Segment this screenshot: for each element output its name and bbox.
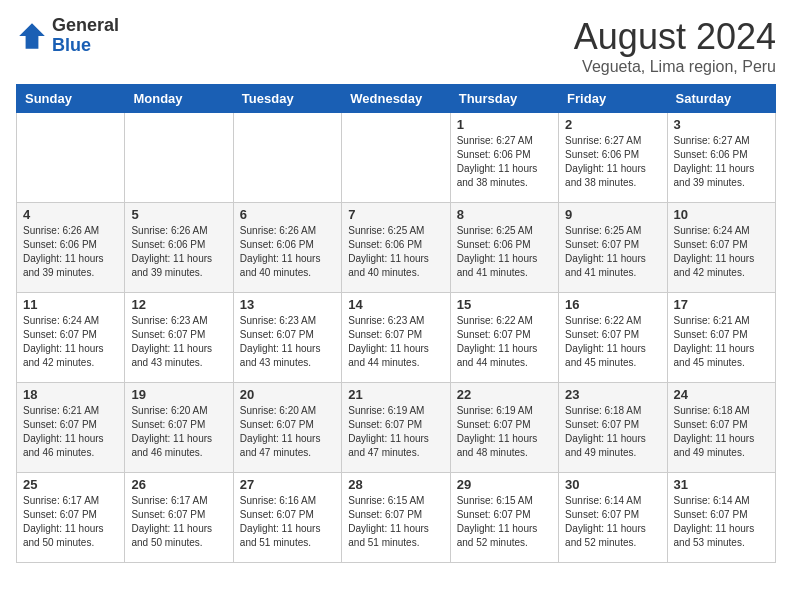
week-row-5: 25Sunrise: 6:17 AMSunset: 6:07 PMDayligh… xyxy=(17,473,776,563)
day-cell: 6Sunrise: 6:26 AMSunset: 6:06 PMDaylight… xyxy=(233,203,341,293)
day-number: 2 xyxy=(565,117,660,132)
weekday-monday: Monday xyxy=(125,85,233,113)
weekday-sunday: Sunday xyxy=(17,85,125,113)
day-info: Sunrise: 6:25 AMSunset: 6:07 PMDaylight:… xyxy=(565,224,660,280)
day-info: Sunrise: 6:20 AMSunset: 6:07 PMDaylight:… xyxy=(240,404,335,460)
day-number: 7 xyxy=(348,207,443,222)
logo-icon xyxy=(16,20,48,52)
day-info: Sunrise: 6:17 AMSunset: 6:07 PMDaylight:… xyxy=(23,494,118,550)
day-cell: 27Sunrise: 6:16 AMSunset: 6:07 PMDayligh… xyxy=(233,473,341,563)
day-cell: 23Sunrise: 6:18 AMSunset: 6:07 PMDayligh… xyxy=(559,383,667,473)
day-cell: 31Sunrise: 6:14 AMSunset: 6:07 PMDayligh… xyxy=(667,473,775,563)
day-cell: 11Sunrise: 6:24 AMSunset: 6:07 PMDayligh… xyxy=(17,293,125,383)
day-number: 24 xyxy=(674,387,769,402)
day-cell: 20Sunrise: 6:20 AMSunset: 6:07 PMDayligh… xyxy=(233,383,341,473)
weekday-thursday: Thursday xyxy=(450,85,558,113)
day-number: 31 xyxy=(674,477,769,492)
day-cell: 5Sunrise: 6:26 AMSunset: 6:06 PMDaylight… xyxy=(125,203,233,293)
day-cell: 30Sunrise: 6:14 AMSunset: 6:07 PMDayligh… xyxy=(559,473,667,563)
day-cell: 13Sunrise: 6:23 AMSunset: 6:07 PMDayligh… xyxy=(233,293,341,383)
day-info: Sunrise: 6:17 AMSunset: 6:07 PMDaylight:… xyxy=(131,494,226,550)
day-info: Sunrise: 6:24 AMSunset: 6:07 PMDaylight:… xyxy=(23,314,118,370)
day-cell: 2Sunrise: 6:27 AMSunset: 6:06 PMDaylight… xyxy=(559,113,667,203)
calendar-table: SundayMondayTuesdayWednesdayThursdayFrid… xyxy=(16,84,776,563)
day-number: 17 xyxy=(674,297,769,312)
day-cell: 28Sunrise: 6:15 AMSunset: 6:07 PMDayligh… xyxy=(342,473,450,563)
day-number: 13 xyxy=(240,297,335,312)
day-cell: 25Sunrise: 6:17 AMSunset: 6:07 PMDayligh… xyxy=(17,473,125,563)
day-cell: 10Sunrise: 6:24 AMSunset: 6:07 PMDayligh… xyxy=(667,203,775,293)
day-info: Sunrise: 6:24 AMSunset: 6:07 PMDaylight:… xyxy=(674,224,769,280)
day-number: 3 xyxy=(674,117,769,132)
day-number: 25 xyxy=(23,477,118,492)
day-cell: 29Sunrise: 6:15 AMSunset: 6:07 PMDayligh… xyxy=(450,473,558,563)
day-info: Sunrise: 6:21 AMSunset: 6:07 PMDaylight:… xyxy=(23,404,118,460)
day-cell: 17Sunrise: 6:21 AMSunset: 6:07 PMDayligh… xyxy=(667,293,775,383)
day-cell: 12Sunrise: 6:23 AMSunset: 6:07 PMDayligh… xyxy=(125,293,233,383)
day-info: Sunrise: 6:22 AMSunset: 6:07 PMDaylight:… xyxy=(565,314,660,370)
day-number: 11 xyxy=(23,297,118,312)
day-number: 18 xyxy=(23,387,118,402)
logo: General Blue xyxy=(16,16,119,56)
day-info: Sunrise: 6:19 AMSunset: 6:07 PMDaylight:… xyxy=(457,404,552,460)
weekday-saturday: Saturday xyxy=(667,85,775,113)
day-number: 8 xyxy=(457,207,552,222)
day-number: 27 xyxy=(240,477,335,492)
day-info: Sunrise: 6:23 AMSunset: 6:07 PMDaylight:… xyxy=(240,314,335,370)
svg-marker-0 xyxy=(19,23,45,49)
title-block: August 2024 Vegueta, Lima region, Peru xyxy=(574,16,776,76)
day-cell: 15Sunrise: 6:22 AMSunset: 6:07 PMDayligh… xyxy=(450,293,558,383)
day-cell: 19Sunrise: 6:20 AMSunset: 6:07 PMDayligh… xyxy=(125,383,233,473)
day-cell: 16Sunrise: 6:22 AMSunset: 6:07 PMDayligh… xyxy=(559,293,667,383)
day-info: Sunrise: 6:27 AMSunset: 6:06 PMDaylight:… xyxy=(674,134,769,190)
day-number: 4 xyxy=(23,207,118,222)
week-row-4: 18Sunrise: 6:21 AMSunset: 6:07 PMDayligh… xyxy=(17,383,776,473)
day-cell: 3Sunrise: 6:27 AMSunset: 6:06 PMDaylight… xyxy=(667,113,775,203)
day-number: 30 xyxy=(565,477,660,492)
day-cell: 4Sunrise: 6:26 AMSunset: 6:06 PMDaylight… xyxy=(17,203,125,293)
week-row-2: 4Sunrise: 6:26 AMSunset: 6:06 PMDaylight… xyxy=(17,203,776,293)
day-cell: 1Sunrise: 6:27 AMSunset: 6:06 PMDaylight… xyxy=(450,113,558,203)
day-number: 29 xyxy=(457,477,552,492)
day-number: 14 xyxy=(348,297,443,312)
day-info: Sunrise: 6:25 AMSunset: 6:06 PMDaylight:… xyxy=(348,224,443,280)
day-info: Sunrise: 6:15 AMSunset: 6:07 PMDaylight:… xyxy=(348,494,443,550)
day-cell xyxy=(342,113,450,203)
day-cell xyxy=(233,113,341,203)
day-info: Sunrise: 6:19 AMSunset: 6:07 PMDaylight:… xyxy=(348,404,443,460)
day-cell: 8Sunrise: 6:25 AMSunset: 6:06 PMDaylight… xyxy=(450,203,558,293)
week-row-3: 11Sunrise: 6:24 AMSunset: 6:07 PMDayligh… xyxy=(17,293,776,383)
day-info: Sunrise: 6:27 AMSunset: 6:06 PMDaylight:… xyxy=(565,134,660,190)
day-info: Sunrise: 6:14 AMSunset: 6:07 PMDaylight:… xyxy=(674,494,769,550)
day-info: Sunrise: 6:20 AMSunset: 6:07 PMDaylight:… xyxy=(131,404,226,460)
day-info: Sunrise: 6:14 AMSunset: 6:07 PMDaylight:… xyxy=(565,494,660,550)
day-cell xyxy=(17,113,125,203)
day-info: Sunrise: 6:18 AMSunset: 6:07 PMDaylight:… xyxy=(565,404,660,460)
day-info: Sunrise: 6:25 AMSunset: 6:06 PMDaylight:… xyxy=(457,224,552,280)
day-cell: 21Sunrise: 6:19 AMSunset: 6:07 PMDayligh… xyxy=(342,383,450,473)
weekday-friday: Friday xyxy=(559,85,667,113)
day-number: 1 xyxy=(457,117,552,132)
day-number: 16 xyxy=(565,297,660,312)
day-cell: 24Sunrise: 6:18 AMSunset: 6:07 PMDayligh… xyxy=(667,383,775,473)
day-cell: 18Sunrise: 6:21 AMSunset: 6:07 PMDayligh… xyxy=(17,383,125,473)
page-header: General Blue August 2024 Vegueta, Lima r… xyxy=(16,16,776,76)
day-info: Sunrise: 6:23 AMSunset: 6:07 PMDaylight:… xyxy=(131,314,226,370)
weekday-header-row: SundayMondayTuesdayWednesdayThursdayFrid… xyxy=(17,85,776,113)
day-number: 12 xyxy=(131,297,226,312)
day-number: 6 xyxy=(240,207,335,222)
day-number: 22 xyxy=(457,387,552,402)
calendar-body: 1Sunrise: 6:27 AMSunset: 6:06 PMDaylight… xyxy=(17,113,776,563)
day-number: 28 xyxy=(348,477,443,492)
day-number: 10 xyxy=(674,207,769,222)
day-info: Sunrise: 6:22 AMSunset: 6:07 PMDaylight:… xyxy=(457,314,552,370)
day-cell: 9Sunrise: 6:25 AMSunset: 6:07 PMDaylight… xyxy=(559,203,667,293)
day-info: Sunrise: 6:16 AMSunset: 6:07 PMDaylight:… xyxy=(240,494,335,550)
day-info: Sunrise: 6:26 AMSunset: 6:06 PMDaylight:… xyxy=(240,224,335,280)
day-number: 20 xyxy=(240,387,335,402)
day-info: Sunrise: 6:26 AMSunset: 6:06 PMDaylight:… xyxy=(131,224,226,280)
weekday-wednesday: Wednesday xyxy=(342,85,450,113)
day-info: Sunrise: 6:26 AMSunset: 6:06 PMDaylight:… xyxy=(23,224,118,280)
day-number: 26 xyxy=(131,477,226,492)
day-cell: 7Sunrise: 6:25 AMSunset: 6:06 PMDaylight… xyxy=(342,203,450,293)
